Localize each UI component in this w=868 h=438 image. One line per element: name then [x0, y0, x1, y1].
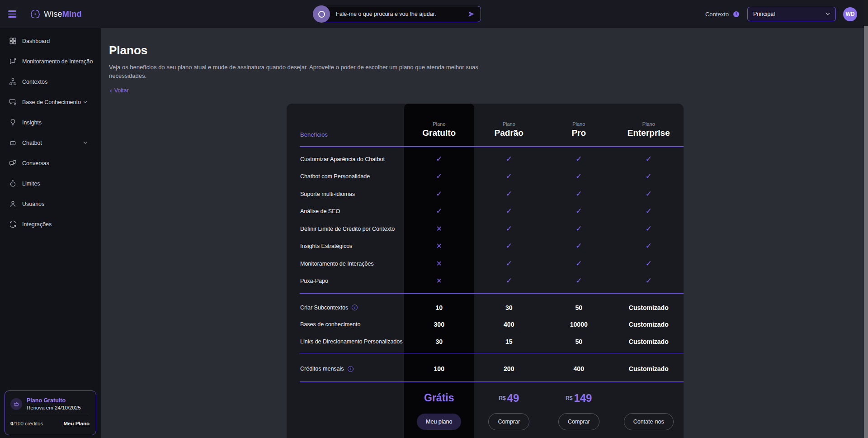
my-plan-button[interactable]: Meu plano [417, 414, 461, 430]
scrollbar-track [864, 0, 868, 438]
sidebar-item-integracoes[interactable]: Integrações [0, 214, 101, 234]
wisemind-logo-icon [30, 9, 41, 19]
table-header-row: Benefícios Plano Gratuito Plano Padrão P… [287, 104, 684, 146]
crown-icon [10, 398, 22, 410]
table-row: Bases de conhecimento 300 400 10000 Cust… [287, 316, 684, 333]
section-divider [300, 381, 684, 382]
check-icon: ✓ [576, 276, 582, 285]
chevron-left-icon: ‹ [110, 87, 112, 94]
check-icon: ✓ [646, 190, 652, 198]
plan-card-title: Plano Gratuito [27, 397, 81, 404]
buy-padrao-button[interactable]: Comprar [488, 413, 529, 430]
check-icon: ✓ [506, 155, 512, 163]
insights-icon [9, 119, 17, 126]
cross-icon: ✕ [436, 242, 442, 250]
check-icon: ✓ [576, 207, 582, 215]
sidebar-item-monitoramento[interactable]: Monitoramento de Interação [0, 51, 101, 71]
cross-icon: ✕ [436, 277, 442, 285]
table-row: Monitoramento de Interações ✕ ✓ ✓ ✓ [287, 255, 684, 273]
wisemind-logo[interactable]: WiseMind [30, 9, 82, 19]
integrations-icon [9, 220, 17, 228]
table-row: Chatbot com Personalidade ✓ ✓ ✓ ✓ [287, 168, 684, 186]
hamburger-menu-icon[interactable] [6, 9, 18, 19]
sidebar-item-usuarios[interactable]: Usuários [0, 194, 101, 214]
info-icon[interactable]: i [348, 366, 354, 372]
logo-text: WiseMind [44, 10, 82, 19]
section-divider [300, 293, 684, 294]
plan-card-divider [10, 416, 90, 416]
check-icon: ✓ [506, 172, 512, 181]
sidebar-item-conversas[interactable]: Conversas [0, 153, 101, 173]
check-icon: ✓ [646, 155, 652, 163]
check-icon: ✓ [506, 276, 512, 285]
quota-rows: Criar Subcontextosi 10 30 50 Customizado… [287, 294, 684, 350]
send-button[interactable] [467, 10, 476, 18]
sidebar-item-dashboard[interactable]: Dashboard [0, 31, 101, 51]
check-icon: ✓ [436, 172, 442, 181]
sidebar-item-insights[interactable]: Insights [0, 112, 101, 133]
sidebar: Dashboard Monitoramento de Interação Con… [0, 28, 101, 438]
table-row: Definir Limite de Crédito por Contexto ✕… [287, 220, 684, 238]
chatbot-icon [9, 139, 17, 147]
users-icon [9, 200, 17, 208]
sidebar-item-limites[interactable]: Limites [0, 173, 101, 194]
plan-card-top: Plano Gratuito Renova em 24/10/2025 [10, 397, 90, 410]
table-row: Insights Estratégicos ✕ ✓ ✓ ✓ [287, 238, 684, 255]
meu-plano-link[interactable]: Meu Plano [63, 421, 90, 426]
check-icon: ✓ [576, 224, 582, 233]
assistant-search [313, 5, 481, 23]
chevron-down-icon [82, 140, 94, 146]
user-avatar[interactable]: WD [843, 7, 857, 21]
check-icon: ✓ [576, 155, 582, 163]
contexto-label: Contexto [705, 11, 729, 18]
check-icon: ✓ [436, 155, 442, 163]
price-padrao: R$49 [474, 392, 544, 405]
sidebar-item-contextos[interactable]: Contextos [0, 71, 101, 92]
conversations-icon [9, 159, 17, 167]
plan-header-gratuito: Plano Gratuito [404, 121, 474, 138]
limits-icon [9, 180, 17, 187]
check-icon: ✓ [646, 259, 652, 268]
context-select-value: Principal [753, 11, 825, 17]
knowledge-base-icon [9, 98, 17, 106]
section-divider [300, 353, 684, 354]
assistant-input[interactable] [336, 11, 467, 17]
table-row: Análise de SEO ✓ ✓ ✓ ✓ [287, 203, 684, 220]
check-icon: ✓ [646, 224, 652, 233]
check-icon: ✓ [646, 172, 652, 181]
info-icon[interactable]: i [352, 305, 358, 310]
buy-pro-button[interactable]: Comprar [558, 413, 599, 430]
check-icon: ✓ [436, 190, 442, 198]
check-icon: ✓ [646, 276, 652, 285]
dashboard-icon [9, 37, 17, 45]
context-select[interactable]: Principal [747, 7, 836, 21]
interaction-monitoring-icon [9, 57, 17, 65]
sidebar-item-base-conhecimento[interactable]: Base de Conhecimento [0, 92, 101, 112]
table-row: Créditos mensaisi 100 200 400 Customizad… [287, 360, 684, 377]
page-title: Planos [109, 43, 868, 57]
back-link[interactable]: ‹ Voltar [110, 87, 129, 94]
check-icon: ✓ [646, 207, 652, 215]
pricing-row: Grátis R$49 R$149 [287, 382, 684, 409]
contexto-info-icon[interactable]: i [733, 11, 739, 17]
chevron-down-icon [825, 11, 831, 17]
credits-section: Créditos mensaisi 100 200 400 Customizad… [287, 353, 684, 377]
scrollbar-thumb[interactable] [864, 26, 868, 438]
check-icon: ✓ [436, 207, 442, 215]
page-description: Veja os benefícios do seu plano atual e … [109, 63, 480, 80]
table-row: Suporte multi-idiomas ✓ ✓ ✓ ✓ [287, 186, 684, 203]
main-content: Planos Veja os benefícios do seu plano a… [101, 28, 868, 438]
credits-counter: 0/100 créditos [10, 421, 43, 426]
check-icon: ✓ [506, 224, 512, 233]
plan-card-bottom: 0/100 créditos Meu Plano [10, 421, 90, 426]
topbar-right: Contexto i Principal WD [705, 0, 857, 28]
table-row: Customizar Aparência do Chatbot ✓ ✓ ✓ ✓ [287, 151, 684, 168]
sidebar-item-chatbot[interactable]: Chatbot [0, 133, 101, 153]
check-icon: ✓ [576, 242, 582, 250]
plan-card-renewal: Renova em 24/10/2025 [27, 405, 81, 410]
check-icon: ✓ [506, 242, 512, 250]
contact-us-button[interactable]: Contate-nos [624, 413, 674, 430]
check-icon: ✓ [506, 259, 512, 268]
check-icon: ✓ [576, 190, 582, 198]
topbar: WiseMind Contexto i Principal [0, 0, 868, 28]
